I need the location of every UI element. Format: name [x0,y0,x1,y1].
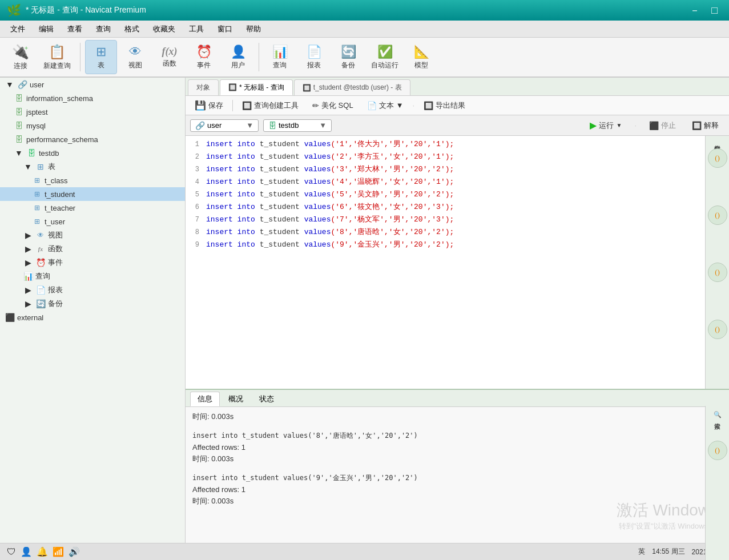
save-button[interactable]: 💾 保存 [190,98,228,112]
expand-icon-backup: ▶ [23,299,33,309]
sidebar-item-events[interactable]: ▶ ⏰ 事件 [0,256,185,269]
bottom-right-btn-1[interactable]: () [708,441,727,460]
tab-untitled-query[interactable]: 🔲 * 无标题 - 查询 [220,79,293,95]
sidebar-item-t-class[interactable]: ⊞ t_class [0,174,185,187]
table-button[interactable]: ⊞ 表 [85,40,117,74]
line-content-4: insert into t_student values('4','温晓辉','… [206,176,705,187]
expand-icon-tables: ▼ [23,162,33,172]
backup-button[interactable]: 🔄 备份 [332,40,364,74]
sidebar-label-t-student: t_student [45,190,75,199]
function-button[interactable]: f(x) 函数 [154,40,186,74]
sql-keyword-values: values [304,178,331,186]
bottom-tab-overview[interactable]: 概况 [221,392,251,406]
sidebar: ▼ 🔗 user 🗄 information_schema 🗄 jsptest … [0,78,186,543]
right-btn-3[interactable]: () [708,263,727,282]
menu-query[interactable]: 查询 [90,22,116,37]
sql-keyword-values: values [304,140,331,148]
autorun-button[interactable]: ✅ 自动运行 [366,40,403,74]
tab-objects[interactable]: 对象 [188,79,219,95]
right-btn-4[interactable]: () [708,320,727,339]
query-label: 查询 [273,61,287,70]
event-button[interactable]: ⏰ 事件 [188,40,220,74]
user-icon: 👤 [231,45,246,59]
menu-file[interactable]: 文件 [5,22,31,37]
bottom-tab-status[interactable]: 状态 [252,392,281,406]
event-label: 事件 [197,61,211,70]
toolbar-separator: · [413,101,415,110]
user-label: 用户 [231,61,245,70]
menu-favorites[interactable]: 收藏夹 [147,22,181,37]
result-sql-9: insert into t_student values('9','金玉兴','… [192,473,722,483]
code-editor[interactable]: 1insert into t_student values('1','佟大为',… [186,136,705,389]
backup-icon: 🔄 [341,45,356,59]
sql-keyword: insert into [206,240,260,249]
sidebar-item-t-teacher[interactable]: ⊞ t_teacher [0,201,185,215]
run-button[interactable]: ▶ 运行 ▼ [584,118,627,132]
new-query-button[interactable]: 📋 新建查询 [39,40,75,74]
sidebar-item-views[interactable]: ▶ 👁 视图 [0,228,185,242]
bottom-right-search[interactable]: 🔍搜索 [713,408,722,420]
sidebar-item-t-user[interactable]: ⊞ t_user [0,215,185,228]
sidebar-item-performance-schema[interactable]: 🗄 performance_schema [0,132,185,146]
sql-keyword: insert into [206,140,260,148]
sidebar-item-external[interactable]: ⬛ external [0,311,185,324]
menu-format[interactable]: 格式 [119,22,145,37]
table-icon-t-class: ⊞ [32,175,42,186]
model-button[interactable]: 📐 模型 [405,40,437,74]
user-button[interactable]: 👤 用户 [222,40,254,74]
views-icon: 👁 [35,230,46,240]
sidebar-item-jsptest[interactable]: 🗄 jsptest [0,105,185,119]
query-builder-button[interactable]: 🔲 查询创建工具 [237,99,303,112]
menu-tools[interactable]: 工具 [183,22,210,37]
sidebar-item-testdb[interactable]: ▼ 🗄 testdb [0,146,185,160]
query-button[interactable]: 📊 查询 [264,40,296,74]
right-btn-2[interactable]: () [708,206,727,225]
backup-label: 备份 [341,61,355,70]
sidebar-item-mysql[interactable]: 🗄 mysql [0,119,185,132]
sql-values: ('2','李方玉','女','20','1'); [331,152,454,161]
sidebar-item-user[interactable]: ▼ 🔗 user [0,78,185,91]
sidebar-label-queries: 查询 [35,271,50,281]
connection-select[interactable]: 🔗 user ▼ [190,119,259,132]
sidebar-label-events: 事件 [48,257,63,268]
model-label: 模型 [414,61,428,70]
database-select[interactable]: 🗄 testdb ▼ [263,119,332,132]
title-bar-controls[interactable]: － □ [685,2,722,18]
stop-button[interactable]: ⬛ 停止 [643,119,682,132]
sql-keyword: insert into [206,178,260,186]
sidebar-label-reports: 报表 [48,285,63,295]
explain-button[interactable]: 🔲 解释 [686,119,724,132]
new-query-label: 新建查询 [43,61,71,71]
sidebar-item-tables-folder[interactable]: ▼ ⊞ 表 [0,160,185,174]
db-icon-1: 🗄 [14,93,24,103]
menu-edit[interactable]: 编辑 [33,22,59,37]
bottom-tab-info[interactable]: 信息 [190,392,220,406]
result-block-8: insert into t_student values('8','唐语晗','… [192,431,722,464]
sidebar-item-queries[interactable]: 📊 查询 [0,269,185,283]
sql-values: ('9','金玉兴','男','20','2'); [331,240,454,249]
beautify-sql-button[interactable]: ✏ 美化 SQL [308,99,358,112]
maximize-button[interactable]: □ [707,2,722,18]
connection-icon: 🔗 [17,79,27,90]
report-button[interactable]: 📄 报表 [298,40,330,74]
menu-window[interactable]: 窗口 [212,22,238,37]
autorun-icon: ✅ [377,45,393,59]
minimize-button[interactable]: － [685,2,704,18]
right-btn-1[interactable]: () [708,148,727,168]
sidebar-item-information-schema[interactable]: 🗄 information_schema [0,91,185,105]
menu-help[interactable]: 帮助 [240,22,267,37]
text-button[interactable]: 📄 文本 ▼ [363,99,408,112]
connect-button[interactable]: 🔌 ＋ 连接 [5,40,37,74]
sql-keyword-values: values [304,165,331,174]
sql-values: ('7','杨文军','男','20','3'); [331,215,454,224]
sidebar-item-t-student[interactable]: ⊞ t_student [0,187,185,201]
view-button[interactable]: 👁 视图 [119,40,151,74]
menu-view[interactable]: 查看 [62,22,88,37]
sidebar-item-reports[interactable]: ▶ 📄 报表 [0,283,185,297]
sql-table: t_student [260,203,304,211]
tab-t-student[interactable]: 🔲 t_student @testdb (user) - 表 [294,79,410,95]
export-result-button[interactable]: 🔲 导出结果 [419,99,470,112]
sidebar-item-functions[interactable]: ▶ fx 函数 [0,242,185,256]
sidebar-item-backup[interactable]: ▶ 🔄 备份 [0,297,185,311]
sql-keyword-values: values [304,203,331,211]
